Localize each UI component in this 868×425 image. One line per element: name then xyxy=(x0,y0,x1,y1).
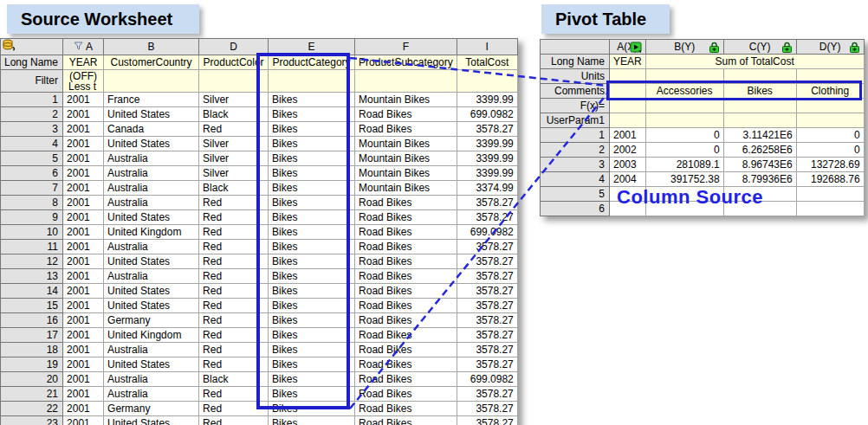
cell[interactable]: United States xyxy=(104,137,199,151)
cell[interactable]: Bikes xyxy=(269,372,355,387)
cell[interactable] xyxy=(796,202,864,216)
cell[interactable]: Black xyxy=(199,372,269,387)
userparam-cell[interactable] xyxy=(723,113,796,128)
cell[interactable]: 192688.76 xyxy=(796,172,864,187)
cell[interactable]: United States xyxy=(104,107,199,122)
cell[interactable]: Bikes xyxy=(269,240,355,254)
row-number[interactable]: 12 xyxy=(1,254,63,269)
cell[interactable]: Germany xyxy=(104,313,199,328)
cell[interactable]: United States xyxy=(104,416,199,425)
cell[interactable]: Bikes xyxy=(269,313,355,328)
long-name-cell[interactable]: CustomerCountry xyxy=(104,55,199,70)
pivot-corner-cell[interactable] xyxy=(541,40,610,55)
cell[interactable]: Australia xyxy=(104,372,199,387)
pivot-column-header-b[interactable]: B(Y) xyxy=(645,40,723,55)
cell[interactable]: Road Bikes xyxy=(355,269,457,284)
cell[interactable]: 3.11421E6 xyxy=(723,128,796,143)
cell[interactable]: Bikes xyxy=(269,196,355,210)
row-number[interactable]: 16 xyxy=(1,313,63,328)
column-header-d[interactable]: D xyxy=(199,39,269,55)
cell[interactable]: 699.0982 xyxy=(457,107,517,122)
cell[interactable]: Canada xyxy=(104,122,199,137)
comments-cell[interactable]: Accessories xyxy=(645,84,723,99)
userparam-cell[interactable] xyxy=(645,113,723,128)
cell[interactable] xyxy=(610,202,646,216)
cell[interactable] xyxy=(645,187,723,202)
cell[interactable]: 2001 xyxy=(63,225,104,240)
cell[interactable]: Australia xyxy=(104,166,199,181)
cell[interactable]: Red xyxy=(199,122,269,137)
units-cell[interactable] xyxy=(610,69,646,84)
cell[interactable]: 3578.27 xyxy=(457,254,517,269)
filter-icon[interactable] xyxy=(74,41,83,53)
cell[interactable]: Road Bikes xyxy=(355,122,457,137)
lock-icon[interactable] xyxy=(709,42,720,55)
cell[interactable]: 2001 xyxy=(63,137,104,151)
cell[interactable]: 132728.69 xyxy=(796,158,864,172)
cell[interactable]: Germany xyxy=(104,402,199,416)
cell[interactable]: 3399.99 xyxy=(457,166,517,181)
cell[interactable]: Road Bikes xyxy=(355,343,457,357)
cell[interactable]: Red xyxy=(199,299,269,313)
lock-icon[interactable] xyxy=(849,42,860,55)
cell[interactable]: 391752.38 xyxy=(645,172,723,187)
cell[interactable]: 2001 xyxy=(63,240,104,254)
units-cell[interactable] xyxy=(796,69,864,84)
cell[interactable]: Mountain Bikes xyxy=(355,137,457,151)
cell[interactable]: 3578.27 xyxy=(457,269,517,284)
cell[interactable]: 2001 xyxy=(63,181,104,196)
cell[interactable]: Australia xyxy=(104,343,199,357)
cell[interactable]: Red xyxy=(199,240,269,254)
cell[interactable]: Red xyxy=(199,328,269,343)
cell[interactable]: Australia xyxy=(104,181,199,196)
comments-cell[interactable] xyxy=(610,84,646,99)
long-name-cell[interactable]: ProductColor xyxy=(199,55,269,70)
pivot-column-header-d[interactable]: D(Y) xyxy=(796,40,864,55)
cell[interactable]: Bikes xyxy=(269,357,355,372)
row-number[interactable]: 5 xyxy=(541,187,610,202)
filter-cell[interactable] xyxy=(457,70,517,93)
worksheet-corner-cell[interactable] xyxy=(1,39,63,55)
cell[interactable]: 3578.27 xyxy=(457,122,517,137)
cell[interactable]: 0 xyxy=(645,143,723,158)
cell[interactable]: 2001 xyxy=(610,128,646,143)
row-number[interactable]: 10 xyxy=(1,225,63,240)
pivot-column-header-a[interactable]: A(X) xyxy=(610,40,646,55)
cell[interactable]: 8.96743E6 xyxy=(723,158,796,172)
units-cell[interactable] xyxy=(723,69,796,84)
long-name-cell[interactable]: TotalCost xyxy=(457,55,517,70)
row-number[interactable]: 17 xyxy=(1,328,63,343)
cell[interactable]: 0 xyxy=(796,143,864,158)
filter-cell[interactable] xyxy=(199,70,269,93)
row-number[interactable]: 14 xyxy=(1,284,63,299)
cell[interactable]: Bikes xyxy=(269,151,355,166)
cell[interactable]: Road Bikes xyxy=(355,240,457,254)
cell[interactable]: 3578.27 xyxy=(457,284,517,299)
fx-cell[interactable] xyxy=(796,99,864,113)
cell[interactable]: 2001 xyxy=(63,107,104,122)
cell[interactable]: 2001 xyxy=(63,151,104,166)
cell[interactable]: 0 xyxy=(645,128,723,143)
cell[interactable]: Australia xyxy=(104,269,199,284)
cell[interactable]: 3578.27 xyxy=(457,210,517,225)
cell[interactable]: 0 xyxy=(796,128,864,143)
lock-icon[interactable] xyxy=(781,42,793,55)
cell[interactable]: Road Bikes xyxy=(355,210,457,225)
long-name-cell[interactable]: YEAR xyxy=(610,55,646,69)
pivot-column-header-c[interactable]: C(Y) xyxy=(723,40,796,55)
column-header-a[interactable]: A xyxy=(63,39,104,55)
cell[interactable]: Red xyxy=(199,357,269,372)
cell[interactable]: 3578.27 xyxy=(457,357,517,372)
cell[interactable]: Mountain Bikes xyxy=(355,151,457,166)
comments-cell[interactable]: Bikes xyxy=(723,84,796,99)
filter-cell[interactable] xyxy=(104,70,199,93)
cell[interactable]: 2001 xyxy=(63,122,104,137)
cell[interactable]: Bikes xyxy=(269,416,355,425)
cell[interactable]: 6.26258E6 xyxy=(723,143,796,158)
cell[interactable]: Bikes xyxy=(269,122,355,137)
row-number[interactable]: 1 xyxy=(541,128,610,143)
cell[interactable]: Red xyxy=(199,387,269,402)
cell[interactable]: Bikes xyxy=(269,328,355,343)
cell[interactable]: 2001 xyxy=(63,387,104,402)
long-name-cell[interactable]: ProductSubcategory xyxy=(355,55,457,70)
